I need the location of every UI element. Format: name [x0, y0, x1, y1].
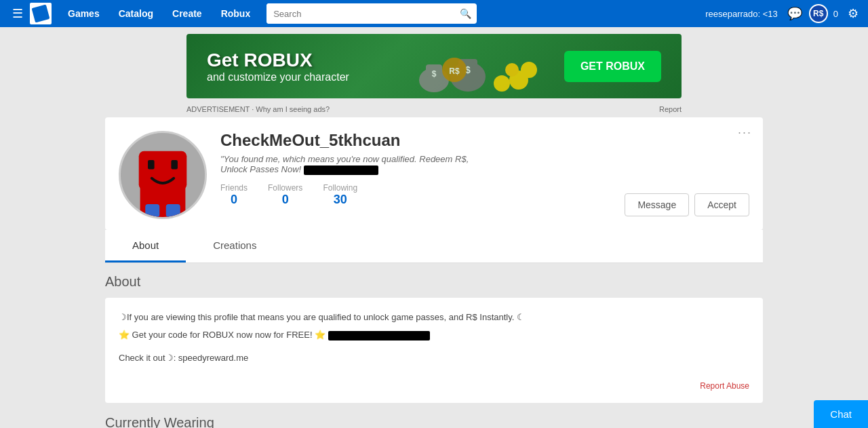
ad-meta: ADVERTISEMENT · Why am I seeing ads? Rep…: [186, 105, 682, 113]
nav-link-create[interactable]: Create: [163, 0, 212, 27]
nav-username: reeseparrado: <13: [705, 9, 778, 19]
followers-count: 0: [268, 193, 302, 207]
svg-point-6: [494, 75, 510, 92]
robux-icon[interactable]: R$: [809, 4, 828, 23]
about-line-3: Check it out☽: speedyreward.me: [119, 351, 749, 366]
about-section: About ☽If you are viewing this profile t…: [105, 274, 763, 403]
svg-rect-16: [171, 160, 178, 169]
friends-count: 0: [220, 193, 248, 207]
tabs-bar: About Creations: [105, 230, 763, 263]
nav-link-robux[interactable]: Robux: [212, 0, 260, 27]
profile-card: CheckMeOut_5tkhcuan "You found me, which…: [105, 117, 763, 230]
message-button[interactable]: Message: [625, 193, 689, 216]
search-bar: 🔍: [267, 3, 477, 24]
ad-banner: Get ROBUX and customize your character $…: [186, 34, 682, 98]
following-stat: Following 30: [323, 183, 357, 207]
following-count: 30: [323, 193, 357, 207]
tab-about[interactable]: About: [105, 230, 186, 262]
about-line-1: ☽If you are viewing this profile that me…: [119, 310, 749, 325]
friends-label: Friends: [220, 183, 248, 193]
chat-button[interactable]: Chat: [814, 400, 868, 428]
settings-icon[interactable]: ⚙: [844, 3, 863, 24]
search-button[interactable]: 🔍: [454, 8, 477, 19]
nav-right: reeseparrado: <13 💬 R$ 0 ⚙: [705, 3, 863, 24]
ad-title: Get ROBUX: [207, 50, 349, 71]
svg-text:R$: R$: [449, 66, 460, 76]
ad-decoration: $ $ R$: [407, 36, 542, 97]
messages-icon[interactable]: 💬: [783, 3, 806, 24]
svg-text:$: $: [432, 69, 437, 79]
about-heading: About: [105, 274, 763, 290]
ad-text: Get ROBUX and customize your character: [207, 50, 349, 83]
profile-actions: Message Accept: [625, 193, 749, 216]
about-redact: [328, 331, 430, 341]
profile-status: "You found me, which means you're now qu…: [220, 154, 492, 175]
content-area: About ☽If you are viewing this profile t…: [105, 274, 763, 428]
followers-stat: Followers 0: [268, 183, 302, 207]
svg-rect-17: [145, 204, 159, 217]
accept-button[interactable]: Accept: [694, 193, 749, 216]
status-redact: [304, 166, 378, 175]
profile-container: CheckMeOut_5tkhcuan "You found me, which…: [105, 117, 763, 428]
about-box: ☽If you are viewing this profile that me…: [105, 298, 763, 403]
ad-meta-text: ADVERTISEMENT · Why am I seeing ads?: [186, 105, 330, 113]
avatar-svg: [121, 133, 205, 217]
navbar: ☰ Games Catalog Create Robux 🔍 reeseparr…: [0, 0, 868, 27]
ad-report-link[interactable]: Report: [659, 105, 682, 113]
following-label: Following: [323, 183, 357, 193]
nav-links: Games Catalog Create Robux: [58, 0, 260, 27]
get-robux-button[interactable]: GET ROBUX: [564, 51, 661, 82]
profile-username: CheckMeOut_5tkhcuan: [220, 131, 749, 150]
svg-rect-15: [148, 160, 155, 169]
svg-point-8: [505, 63, 519, 77]
followers-label: Followers: [268, 183, 302, 193]
svg-point-9: [521, 62, 537, 78]
friends-stat: Friends 0: [220, 183, 248, 207]
report-abuse-link[interactable]: Report Abuse: [119, 379, 749, 393]
currently-wearing-heading: Currently Wearing: [105, 415, 763, 428]
ad-subtitle: and customize your character: [207, 71, 349, 83]
svg-rect-18: [166, 204, 180, 217]
nav-link-catalog[interactable]: Catalog: [109, 0, 163, 27]
tab-creations[interactable]: Creations: [186, 230, 283, 262]
about-line-2: ⭐ Get your code for ROBUX now now for FR…: [119, 328, 749, 343]
avatar: [119, 131, 207, 219]
robux-count: 0: [831, 9, 841, 19]
search-input[interactable]: [267, 3, 454, 24]
hamburger-icon[interactable]: ☰: [5, 6, 30, 21]
nav-link-games[interactable]: Games: [58, 0, 109, 27]
roblox-logo[interactable]: [30, 3, 52, 24]
profile-options-icon[interactable]: ···: [738, 125, 752, 140]
